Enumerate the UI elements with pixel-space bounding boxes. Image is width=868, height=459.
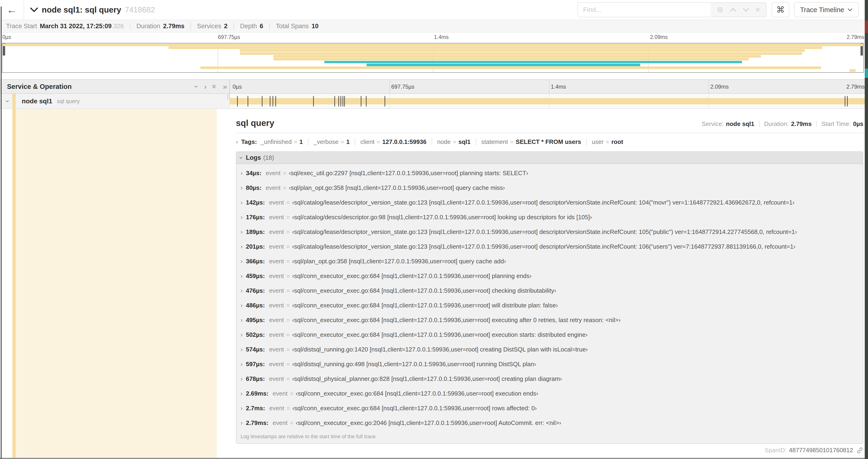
chevron-right-icon[interactable]: ›	[241, 361, 243, 368]
chevron-right-icon[interactable]: ›	[241, 199, 243, 206]
log-row[interactable]: ›366µs:event=‹sql/plan_opt.go:358 [nsql1…	[236, 254, 863, 269]
log-tick-mark	[313, 96, 314, 106]
tag-divider	[308, 138, 308, 145]
minimap-axis-label: 0µs	[2, 34, 11, 40]
keyboard-shortcuts-button[interactable]: ⌘	[772, 2, 789, 17]
log-row[interactable]: ›176µs:event=‹sql/catalog/descs/descript…	[236, 210, 863, 225]
log-row[interactable]: ›80µs:event=‹sql/plan_opt.go:358 [nsql1,…	[236, 181, 863, 195]
chevron-right-icon[interactable]: ›	[241, 214, 243, 221]
chevron-right-icon[interactable]: ›	[241, 405, 243, 412]
span-row-timeline-cell[interactable]	[230, 94, 868, 108]
chevron-right-icon[interactable]: ›	[241, 287, 243, 294]
chevron-right-icon[interactable]: ›	[241, 375, 243, 383]
chevron-right-icon[interactable]: ›	[241, 302, 243, 309]
ruler-gridline	[390, 80, 390, 93]
back-arrow-icon: ←	[7, 4, 17, 15]
log-row[interactable]: ›476µs:event=‹sql/conn_executor_exec.go:…	[236, 283, 863, 298]
chevron-right-icon[interactable]: ›	[241, 390, 243, 397]
log-row[interactable]: ›2.69ms:event=‹sql/conn_executor_exec.go…	[236, 386, 863, 401]
log-row[interactable]: ›459µs:event=‹sql/conn_executor_exec.go:…	[236, 269, 863, 283]
span-row: › node sql1 sql query	[0, 94, 868, 109]
log-value: ‹sql/conn_executor_exec.go:684 [nsql1,cl…	[292, 287, 556, 294]
tag-divider	[586, 138, 587, 145]
log-timestamp: 2.7ms:	[246, 405, 265, 412]
log-row[interactable]: ›2.79ms:event=‹sql/conn_executor_exec.go…	[236, 416, 863, 430]
summary-value-suffix: .326	[112, 23, 124, 30]
collapse-one-button chevron-right-icon[interactable]: ›	[204, 83, 207, 90]
log-field-key: event	[273, 419, 288, 427]
log-row[interactable]: ›574µs:event=‹sql/distsql_running.go:142…	[236, 342, 863, 357]
view-type-selector[interactable]: Trace Timeline	[794, 2, 859, 17]
tag-equals: =	[294, 138, 297, 145]
log-row[interactable]: ›502µs:event=‹sql/conn_executor_exec.go:…	[236, 327, 863, 342]
chevron-right-icon[interactable]: ›	[241, 258, 243, 265]
minimap-span-bar	[324, 61, 742, 63]
minimap-axis-label: 2.09ms	[650, 34, 668, 40]
log-row[interactable]: ›486µs:event=‹sql/conn_executor_exec.go:…	[236, 298, 863, 313]
tag-value: 1	[299, 138, 303, 145]
log-field-key: event	[266, 170, 281, 177]
chevron-right-icon[interactable]: ›	[236, 138, 238, 145]
span-row-name-cell[interactable]: › node sql1 sql query	[0, 94, 230, 108]
log-field-key: event	[269, 346, 284, 353]
find-input[interactable]	[578, 2, 711, 17]
log-row[interactable]: ›201µs:event=‹sql/catalog/lease/descript…	[236, 239, 863, 254]
chevron-right-icon[interactable]: ›	[241, 346, 243, 353]
meta-label: Duration:	[764, 120, 789, 128]
log-timestamp: 34µs:	[246, 170, 261, 177]
tags-row[interactable]: › Tags: _unfinished=1_verbose=1client=12…	[236, 137, 863, 146]
chevron-right-icon[interactable]: ›	[241, 317, 243, 324]
log-timestamp: 2.69ms:	[246, 390, 269, 397]
log-tick-mark	[343, 96, 343, 106]
next-match-button[interactable]	[742, 7, 749, 12]
minimap-axis-label: 1.4ms	[434, 34, 449, 40]
back-button[interactable]: ←	[0, 0, 24, 20]
log-tick-mark	[334, 96, 335, 106]
expand-one-button chevron-down-icon[interactable]: ›	[193, 85, 200, 88]
summary-label: Depth	[240, 23, 257, 30]
log-equals: =	[290, 390, 293, 397]
minimap-canvas[interactable]	[2, 43, 864, 73]
deep-link-icon[interactable]	[856, 447, 863, 454]
log-tick-mark	[384, 96, 385, 106]
log-row[interactable]: ›597µs:event=‹sql/distsql_running.go:498…	[236, 357, 863, 371]
chevron-right-icon[interactable]: ›	[241, 331, 243, 338]
chevron-right-icon[interactable]: ›	[241, 228, 243, 236]
span-operation-name: sql query	[57, 98, 80, 104]
span-duration-bar[interactable]	[230, 98, 868, 104]
log-row[interactable]: ›678µs:event=‹sql/distsql_physical_plann…	[236, 371, 863, 386]
logs-header[interactable]: › Logs (18)	[236, 152, 863, 164]
tag-value: 127.0.0.1:59936	[382, 138, 426, 145]
tag-equals: =	[377, 138, 380, 145]
log-equals: =	[286, 375, 290, 383]
chevron-right-icon[interactable]: ›	[241, 419, 243, 427]
find-tools: ×	[711, 2, 767, 17]
tag-equals: =	[510, 138, 514, 145]
log-row[interactable]: ›142µs:event=‹sql/catalog/lease/descript…	[236, 195, 863, 210]
log-row[interactable]: ›189µs:event=‹sql/catalog/lease/descript…	[236, 225, 863, 239]
summary-item: Services2	[197, 23, 227, 30]
ruler-tick-label: 697.75µs	[391, 84, 414, 90]
log-timestamp: 366µs:	[246, 258, 265, 265]
tags-items: _unfinished=1_verbose=1client=127.0.0.1:…	[260, 138, 623, 145]
log-row[interactable]: ›2.7ms:event=‹sql/conn_executor_exec.go:…	[236, 401, 863, 416]
collapse-trace-header-button[interactable]	[30, 7, 38, 12]
chevron-right-icon[interactable]: ›	[241, 170, 243, 177]
prev-match-button[interactable]	[730, 7, 737, 12]
tag-key: client	[360, 138, 374, 145]
log-row[interactable]: ›34µs:event=‹sql/exec_util.go:2297 [nsql…	[236, 166, 863, 181]
log-equals: =	[286, 258, 290, 265]
chevron-down-icon[interactable]: ›	[4, 100, 11, 102]
column-resizer-handle[interactable]	[227, 94, 230, 99]
chevron-right-icon[interactable]: ›	[241, 272, 243, 280]
log-row[interactable]: ›495µs:event=‹sql/conn_executor_exec.go:…	[236, 313, 863, 327]
expand-all-button double-chevron-down-icon[interactable]: »	[211, 85, 218, 89]
tag-value: root	[611, 138, 623, 145]
locate-icon[interactable]	[716, 6, 724, 13]
chevron-right-icon[interactable]: ›	[241, 243, 243, 250]
clear-search-icon[interactable]: ×	[755, 5, 760, 15]
span-detail-meta: Service:node sql1Duration:2.79msStart Ti…	[702, 120, 863, 128]
collapse-all-button double-chevron-right-icon[interactable]: »	[223, 83, 227, 90]
timeline-column-header: Service & Operation › › » » 0µs697.75µs1…	[0, 79, 868, 94]
chevron-right-icon[interactable]: ›	[241, 184, 243, 192]
